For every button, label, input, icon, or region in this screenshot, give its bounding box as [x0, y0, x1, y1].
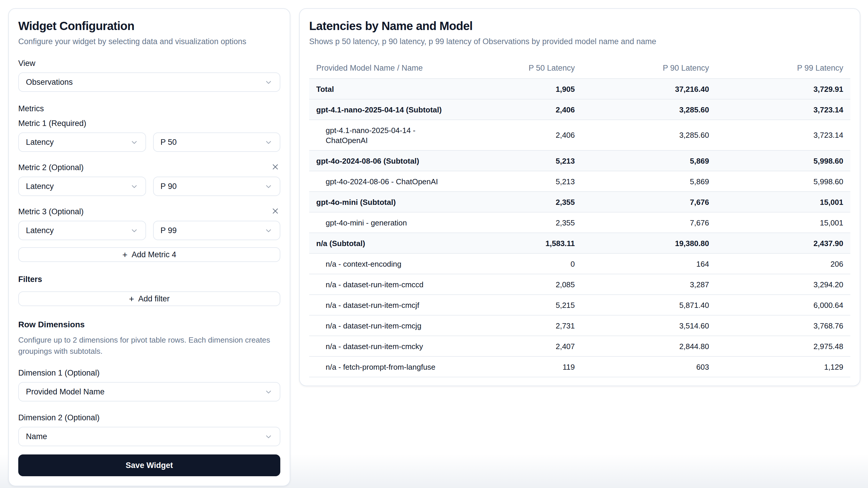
p50-latency-value: 2,085 [448, 274, 582, 295]
plus-icon: + [129, 294, 134, 303]
row-label: n/a - dataset-run-item-cmcjg [309, 315, 448, 336]
row-label: gpt-4.1-nano-2025-04-14 (Subtotal) [309, 99, 448, 120]
filters-section-label: Filters [18, 274, 280, 284]
metric-1-label: Metric 1 (Required) [18, 118, 280, 128]
p99-latency-value: 3,723.14 [716, 99, 850, 120]
p99-latency-value: 3,723.14 [716, 120, 850, 151]
p50-latency-value: 5,213 [448, 171, 582, 192]
view-select[interactable]: Observations [18, 72, 280, 92]
table-row: n/a - context-encoding 0 164 206 [309, 253, 850, 274]
row-dimensions-section-label: Row Dimensions [18, 319, 280, 330]
metric-3-selects: Latency P 99 [18, 217, 280, 240]
table-row: n/a - dataset-run-item-cmcjf 5,215 5,871… [309, 295, 850, 315]
p50-latency-value: 119 [448, 356, 582, 377]
p90-latency-value: 3,285.60 [582, 120, 716, 151]
app-viewport: Widget Configuration Configure your widg… [0, 0, 868, 488]
dimension-2-select[interactable]: Name [18, 427, 280, 446]
column-header-dimension: Provided Model Name / Name [309, 59, 448, 78]
row-label: gpt-4o-mini (Subtotal) [309, 192, 448, 212]
dimension-1-select[interactable]: Provided Model Name [18, 382, 280, 401]
p90-latency-value: 5,869 [582, 151, 716, 171]
dimension-1-value: Provided Model Name [26, 387, 104, 396]
metrics-section-label: Metrics [18, 104, 280, 113]
metric-2-header: Metric 2 (Optional) [18, 162, 280, 172]
table-row: n/a - fetch-prompt-from-langfuse 119 603… [309, 356, 850, 377]
p50-latency-value: 2,355 [448, 212, 582, 233]
add-metric-button[interactable]: + Add Metric 4 [18, 247, 280, 262]
p90-latency-value: 37,216.40 [582, 78, 716, 99]
p99-latency-value: 5,998.60 [716, 171, 850, 192]
p90-latency-value: 3,287 [582, 274, 716, 295]
p90-latency-value: 164 [582, 253, 716, 274]
p99-latency-value: 1,129 [716, 356, 850, 377]
preview-subtitle: Shows p 50 latency, p 90 latency, p 99 l… [309, 36, 850, 47]
column-header-p99: P 99 Latency [716, 59, 850, 78]
config-panel-subtitle: Configure your widget by selecting data … [18, 36, 280, 47]
column-header-p90: P 90 Latency [582, 59, 716, 78]
p50-latency-value: 2,355 [448, 192, 582, 212]
remove-metric-2-button[interactable] [270, 162, 280, 173]
p90-latency-value: 5,869 [582, 171, 716, 192]
p50-latency-value: 2,406 [448, 99, 582, 120]
add-filter-button[interactable]: + Add filter [18, 291, 280, 306]
metric-1-selects: Latency P 50 [18, 128, 280, 152]
save-widget-button[interactable]: Save Widget [18, 454, 280, 476]
chevron-down-icon [265, 432, 273, 441]
p90-latency-value: 5,871.40 [582, 295, 716, 315]
metric-3-aggregation-select[interactable]: P 99 [153, 221, 280, 240]
row-label: gpt-4o-2024-08-06 (Subtotal) [309, 151, 448, 171]
metric-1-measure-select[interactable]: Latency [18, 132, 146, 152]
p50-latency-value: 5,213 [448, 151, 582, 171]
p99-latency-value: 15,001 [716, 192, 850, 212]
p90-latency-value: 2,844.80 [582, 336, 716, 356]
row-label: n/a - dataset-run-item-cmcky [309, 336, 448, 356]
x-icon [271, 206, 280, 217]
p99-latency-value: 2,437.90 [716, 233, 850, 253]
config-panel-title: Widget Configuration [18, 18, 280, 34]
metric-2-measure-select[interactable]: Latency [18, 176, 146, 196]
table-row: n/a (Subtotal) 1,583.11 19,380.80 2,437.… [309, 233, 850, 253]
table-row: gpt-4o-mini - generation 2,355 7,676 15,… [309, 212, 850, 233]
p90-latency-value: 3,514.60 [582, 315, 716, 336]
p99-latency-value: 206 [716, 253, 850, 274]
p99-latency-value: 3,294.20 [716, 274, 850, 295]
dimension-2-label: Dimension 2 (Optional) [18, 413, 280, 423]
p50-latency-value: 0 [448, 253, 582, 274]
chevron-down-icon [265, 388, 273, 396]
row-label: n/a - fetch-prompt-from-langfuse [309, 356, 448, 377]
p50-latency-value: 1,905 [448, 78, 582, 99]
metric-2-aggregation-value: P 90 [160, 182, 177, 191]
p50-latency-value: 2,406 [448, 120, 582, 151]
table-row: gpt-4o-mini (Subtotal) 2,355 7,676 15,00… [309, 192, 850, 212]
metric-3-measure-value: Latency [26, 226, 54, 235]
column-header-p50: P 50 Latency [448, 59, 582, 78]
widget-builder-page: Widget Configuration Configure your widg… [0, 0, 868, 488]
chevron-down-icon [265, 78, 273, 86]
table-row: n/a - dataset-run-item-cmccd 2,085 3,287… [309, 274, 850, 295]
row-label: gpt-4o-mini - generation [309, 212, 448, 233]
p99-latency-value: 3,768.76 [716, 315, 850, 336]
metric-2-aggregation-select[interactable]: P 90 [153, 176, 280, 196]
p99-latency-value: 6,000.64 [716, 295, 850, 315]
p99-latency-value: 15,001 [716, 212, 850, 233]
table-row: gpt-4.1-nano-2025-04-14 - ChatOpenAI 2,4… [309, 120, 850, 151]
metric-1-aggregation-value: P 50 [160, 138, 177, 147]
plus-icon: + [122, 250, 127, 259]
table-row: n/a - dataset-run-item-cmcky 2,407 2,844… [309, 336, 850, 356]
p50-latency-value: 5,215 [448, 295, 582, 315]
table-header-row: Provided Model Name / Name P 50 Latency … [309, 59, 850, 78]
p90-latency-value: 7,676 [582, 212, 716, 233]
metric-3-measure-select[interactable]: Latency [18, 221, 146, 240]
dimension-1-label: Dimension 1 (Optional) [18, 368, 280, 378]
metric-3-header: Metric 3 (Optional) [18, 207, 280, 217]
latency-pivot-table: Provided Model Name / Name P 50 Latency … [309, 59, 850, 377]
p90-latency-value: 3,285.60 [582, 99, 716, 120]
row-label: gpt-4.1-nano-2025-04-14 - ChatOpenAI [309, 120, 448, 151]
remove-metric-3-button[interactable] [270, 206, 280, 218]
metric-2-label: Metric 2 (Optional) [18, 162, 84, 172]
table-row: gpt-4.1-nano-2025-04-14 (Subtotal) 2,406… [309, 99, 850, 120]
widget-preview-panel: Latencies by Name and Model Shows p 50 l… [299, 8, 860, 386]
metric-1-aggregation-select[interactable]: P 50 [153, 132, 280, 152]
x-icon [271, 162, 280, 173]
metric-2-selects: Latency P 90 [18, 172, 280, 196]
